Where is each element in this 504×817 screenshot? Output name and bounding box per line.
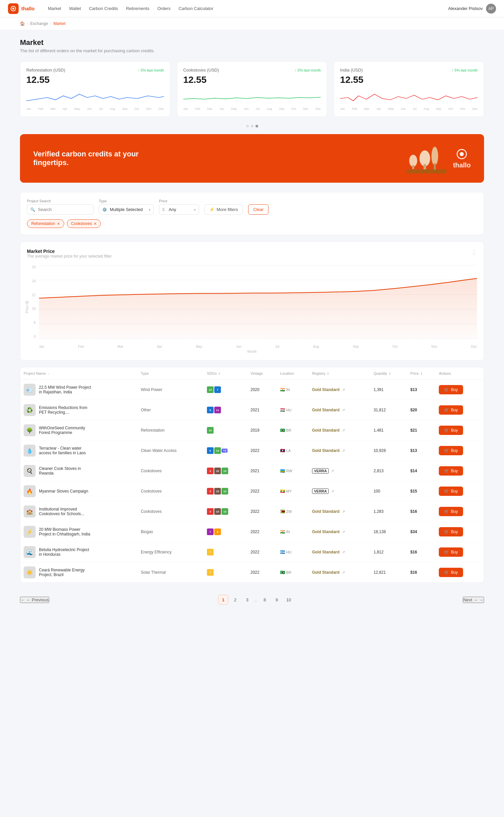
td-actions: 🛒 Buy: [435, 400, 484, 420]
nav-carbon-credits[interactable]: Carbon Credits: [89, 6, 118, 11]
nav-calculator[interactable]: Carbon Calculator: [179, 6, 214, 11]
clear-button[interactable]: Clear: [248, 204, 268, 215]
avatar[interactable]: AP: [486, 4, 496, 14]
td-quantity: 1,812: [370, 542, 407, 563]
registry-badge: VERRA↗: [312, 489, 367, 494]
buy-button[interactable]: 🛒 Buy: [439, 426, 463, 435]
buy-button[interactable]: 🛒 Buy: [439, 405, 463, 415]
registry-badge: Gold Standard↗: [312, 570, 367, 575]
tag-cookstoves-remove[interactable]: ×: [94, 221, 96, 226]
td-location: 🇲🇲 MY: [277, 481, 309, 502]
breadcrumb-home-icon[interactable]: 🏠: [20, 21, 25, 26]
info-icon-price[interactable]: ℹ: [421, 372, 422, 375]
nav-market[interactable]: Market: [48, 6, 61, 11]
x-label-aug: Aug: [313, 345, 319, 348]
thallo-logo-icon: [456, 148, 468, 160]
buy-button[interactable]: 🛒 Buy: [439, 527, 463, 537]
th-quantity: Quantity ℹ: [370, 367, 407, 380]
td-sdgs: 31013: [204, 481, 247, 502]
ext-link-icon[interactable]: ↗: [342, 428, 345, 433]
ext-link-icon[interactable]: ↗: [342, 571, 345, 575]
td-vintage: 2022: [247, 563, 277, 583]
td-registry: Gold Standard↗: [309, 563, 370, 583]
nav-retirements[interactable]: Retirements: [126, 6, 149, 11]
country-code: HU: [286, 550, 291, 554]
cart-icon: 🛒: [444, 387, 449, 392]
x-label-dec: Dec: [471, 345, 477, 348]
price-card-title-3: India (USD): [340, 68, 363, 73]
search-input[interactable]: [27, 204, 93, 215]
nav-orders[interactable]: Orders: [157, 6, 171, 11]
td-location: 🇮🇳 IN: [277, 522, 309, 542]
buy-button[interactable]: 🛒 Buy: [439, 568, 463, 577]
page-2[interactable]: 2: [230, 595, 240, 605]
chart-area: Price ($) 16 14 12 10 8 0: [27, 265, 477, 348]
nav-wallet[interactable]: Wallet: [69, 6, 81, 11]
page-8[interactable]: 8: [260, 595, 270, 605]
tag-reforestation-remove[interactable]: ×: [57, 221, 60, 226]
buy-button[interactable]: 🛒 Buy: [439, 466, 463, 476]
flag-icon: 🇭🇺: [280, 408, 285, 412]
buy-button[interactable]: 🛒 Buy: [439, 446, 463, 455]
td-vintage: 2020: [247, 380, 277, 400]
page-9[interactable]: 9: [272, 595, 282, 605]
logo[interactable]: thallo: [8, 3, 35, 14]
next-button[interactable]: Next → →: [463, 597, 484, 603]
gold-standard-badge: Gold Standard: [312, 570, 340, 575]
nav-links: Market Wallet Carbon Credits Retirements…: [48, 6, 439, 11]
sdg-badge: 7: [214, 386, 221, 393]
sdg-badge: 13: [214, 447, 221, 454]
chart-svg-container: [39, 265, 477, 338]
page-title: Market: [20, 38, 484, 47]
page-3[interactable]: 3: [242, 595, 252, 605]
banner-text: Verified carbon credits at your fingerti…: [33, 150, 166, 167]
td-actions: 🛒 Buy: [435, 542, 484, 563]
td-registry: Gold Standard↗: [309, 380, 370, 400]
more-filters-button[interactable]: ⚡ More filters: [204, 204, 243, 215]
ext-link-icon[interactable]: ↗: [342, 408, 345, 412]
ext-link-icon[interactable]: ↗: [342, 510, 345, 514]
info-icon-registry[interactable]: ℹ: [327, 372, 329, 375]
filter-row: Project Search 🔍 Type ⚙️ Multiple Select…: [27, 199, 477, 215]
mini-chart-3: [340, 89, 478, 106]
breadcrumb-exchange[interactable]: Exchange: [30, 21, 48, 26]
buy-button[interactable]: 🛒 Buy: [439, 385, 463, 394]
ext-link-icon[interactable]: ↗: [342, 530, 345, 534]
buy-button[interactable]: 🛒 Buy: [439, 507, 463, 516]
y-label-8: 8: [34, 321, 36, 324]
chart-months-2: JanFebMarAprMayJunJulAugSepOctNovDec: [183, 107, 321, 110]
td-project-name: 🍳 Cleaner Cook Stoves in Rwanda: [20, 461, 137, 481]
info-icon-quantity[interactable]: ℹ: [389, 372, 391, 375]
buy-button[interactable]: 🛒 Buy: [439, 548, 463, 557]
chart-menu-icon[interactable]: ⋮: [471, 248, 477, 256]
sort-icon-name[interactable]: ↓: [48, 372, 50, 375]
prev-button[interactable]: ← ← Previous: [20, 597, 49, 603]
project-name-text: Cleaner Cook Stoves in Rwanda: [39, 466, 92, 476]
price-card-header-3: India (USD) ↑ 5% last month: [340, 68, 478, 73]
dot-1[interactable]: [246, 125, 249, 127]
logo-icon: [8, 3, 19, 14]
ext-link-icon[interactable]: ↗: [342, 388, 345, 392]
buy-button[interactable]: 🛒 Buy: [439, 487, 463, 496]
page-10[interactable]: 10: [284, 595, 294, 605]
page-1[interactable]: 1: [218, 595, 228, 605]
project-name-cell: 💨 22.5 MW Wind Power Project in Rajastha…: [24, 384, 134, 396]
td-project-name: 💧 Terraclear - Clean water access for fa…: [20, 441, 137, 461]
data-table: Project Name ↓ Type SDGs ℹ Vintage Locat…: [20, 367, 484, 582]
sdg-badge: 10: [214, 468, 221, 474]
sdg-badge: 11: [214, 407, 221, 413]
chart-months-3: JanFebMarAprMayJunJulAugSepOctNovDec: [340, 107, 478, 110]
gold-standard-badge: Gold Standard: [312, 428, 340, 433]
ext-link-icon[interactable]: ↗: [331, 469, 334, 473]
info-icon-sdgs[interactable]: ℹ: [219, 372, 220, 375]
dot-3[interactable]: [255, 125, 258, 127]
dot-2[interactable]: [251, 125, 253, 127]
ext-link-icon[interactable]: ↗: [331, 489, 334, 494]
gold-standard-badge: Gold Standard: [312, 408, 340, 412]
ext-link-icon[interactable]: ↗: [342, 550, 345, 555]
x-label-may: May: [196, 345, 202, 348]
filter-type-icon: ⚙️: [102, 207, 107, 212]
ext-link-icon[interactable]: ↗: [342, 449, 345, 453]
td-actions: 🛒 Buy: [435, 420, 484, 441]
filter-price-select[interactable]: Any: [159, 204, 199, 215]
